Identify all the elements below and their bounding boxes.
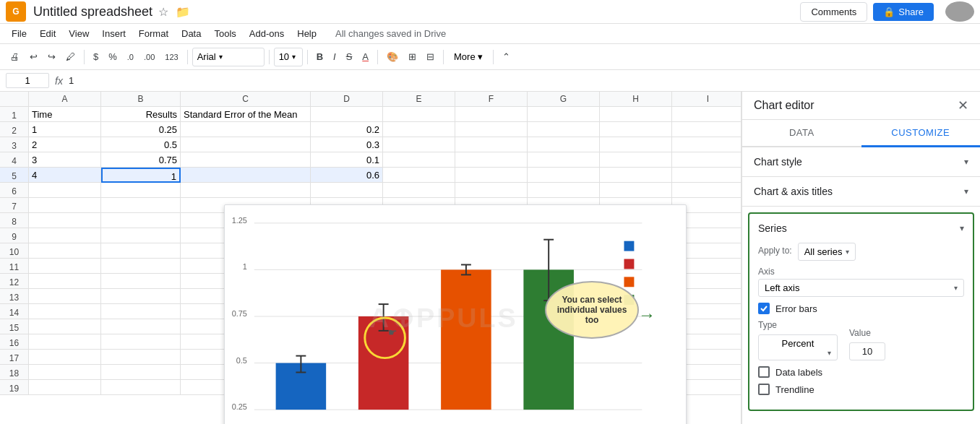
font-size-selector[interactable]: 10 ▾	[274, 48, 303, 66]
cell-f1[interactable]	[455, 107, 528, 122]
col-header-c[interactable]: C	[181, 92, 311, 106]
value-input[interactable]: 10	[849, 342, 885, 360]
comments-button[interactable]: Comments	[800, 2, 867, 22]
percent-button[interactable]: %	[104, 49, 121, 64]
tab-customize[interactable]: CUSTOMIZE	[861, 120, 981, 147]
cell-f3[interactable]	[455, 137, 528, 152]
text-color-button[interactable]: A	[358, 49, 373, 64]
cell-d2[interactable]: 0.2	[311, 122, 383, 137]
cell-b5[interactable]: 1	[101, 168, 181, 183]
cell-f2[interactable]	[455, 122, 528, 137]
merge-cells-button[interactable]: ⊟	[422, 49, 439, 64]
cell-c1[interactable]: Standard Error of the Mean	[181, 107, 311, 122]
cell-e2[interactable]	[383, 122, 455, 137]
menu-file[interactable]: File	[6, 26, 33, 41]
cell-g5[interactable]	[528, 168, 600, 183]
col-header-h[interactable]: H	[600, 92, 672, 106]
bold-button[interactable]: B	[312, 49, 327, 64]
font-selector[interactable]: Arial ▾	[192, 48, 265, 66]
cell-g1[interactable]	[528, 107, 600, 122]
data-labels-checkbox[interactable]	[758, 366, 770, 378]
col-header-a[interactable]: A	[29, 92, 101, 106]
cell-g3[interactable]	[528, 137, 600, 152]
type-dropdown[interactable]: Percent ▾	[758, 334, 838, 360]
chart-style-section-header[interactable]: Chart style ▾	[742, 147, 980, 177]
cell-b2[interactable]: 0.25	[101, 122, 181, 137]
menu-addons[interactable]: Add-ons	[244, 26, 290, 41]
cell-i4[interactable]	[672, 152, 741, 168]
cell-h2[interactable]	[600, 122, 672, 137]
chart-axis-titles-section-header[interactable]: Chart & axis titles ▾	[742, 177, 980, 207]
format-as-number-button[interactable]: 123	[160, 51, 182, 64]
col-header-e[interactable]: E	[383, 92, 455, 106]
cell-h4[interactable]	[600, 152, 672, 168]
user-avatar[interactable]	[945, 1, 974, 22]
cell-e1[interactable]	[383, 107, 455, 122]
menu-data[interactable]: Data	[176, 26, 207, 41]
cell-d4[interactable]: 0.1	[311, 152, 383, 168]
collapse-toolbar-button[interactable]: ⌃	[498, 49, 515, 64]
cell-reference-input[interactable]: 1	[6, 73, 49, 88]
cell-f5[interactable]	[455, 168, 528, 183]
cell-f4[interactable]	[455, 152, 528, 168]
col-header-f[interactable]: F	[455, 92, 528, 106]
cell-d3[interactable]: 0.3	[311, 137, 383, 152]
print-button[interactable]: 🖨	[6, 49, 24, 64]
cell-e4[interactable]	[383, 152, 455, 168]
cell-c5[interactable]	[181, 168, 311, 183]
cell-b1[interactable]: Results	[101, 107, 181, 122]
cell-c4[interactable]	[181, 152, 311, 168]
apply-to-dropdown[interactable]: All series ▾	[798, 243, 856, 261]
folder-icon[interactable]: 📁	[176, 5, 190, 19]
star-icon[interactable]: ☆	[158, 5, 168, 19]
cell-e3[interactable]	[383, 137, 455, 152]
document-title[interactable]: Untitled spreadsheet	[33, 4, 152, 20]
error-bars-checkbox[interactable]	[758, 303, 770, 314]
cell-i3[interactable]	[672, 137, 741, 152]
cell-h1[interactable]	[600, 107, 672, 122]
cell-d1[interactable]	[311, 107, 383, 122]
axis-dropdown[interactable]: Left axis ▾	[758, 279, 964, 297]
cell-i5[interactable]	[672, 168, 741, 183]
more-button[interactable]: More ▾	[448, 49, 489, 64]
decimal-decrease-button[interactable]: .0	[123, 51, 138, 64]
formula-input[interactable]	[69, 75, 974, 86]
cell-h3[interactable]	[600, 137, 672, 152]
strikethrough-button[interactable]: S	[342, 49, 357, 64]
cell-a3[interactable]: 2	[29, 137, 101, 152]
italic-button[interactable]: I	[329, 49, 340, 64]
cell-a5[interactable]: 4	[29, 168, 101, 183]
cell-i2[interactable]	[672, 122, 741, 137]
trendline-checkbox[interactable]	[758, 384, 770, 395]
col-header-g[interactable]: G	[528, 92, 600, 106]
editor-close-button[interactable]: ✕	[958, 98, 968, 113]
cell-g4[interactable]	[528, 152, 600, 168]
menu-edit[interactable]: Edit	[34, 26, 61, 41]
menu-format[interactable]: Format	[133, 26, 174, 41]
col-header-d[interactable]: D	[311, 92, 383, 106]
cell-i1[interactable]	[672, 107, 741, 122]
currency-button[interactable]: $	[89, 49, 103, 64]
redo-button[interactable]: ↪	[43, 49, 60, 64]
cell-h5[interactable]	[600, 168, 672, 183]
menu-insert[interactable]: Insert	[96, 26, 132, 41]
cell-c2[interactable]	[181, 122, 311, 137]
share-button[interactable]: 🔒 Share	[873, 3, 934, 21]
paint-format-button[interactable]: 🖊	[61, 49, 79, 64]
cell-g2[interactable]	[528, 122, 600, 137]
menu-tools[interactable]: Tools	[208, 26, 241, 41]
decimal-increase-button[interactable]: .00	[139, 51, 159, 64]
cell-b3[interactable]: 0.5	[101, 137, 181, 152]
col-header-b[interactable]: B	[101, 92, 181, 106]
cell-a4[interactable]: 3	[29, 152, 101, 168]
cell-d5[interactable]: 0.6	[311, 168, 383, 183]
menu-view[interactable]: View	[63, 26, 95, 41]
col-header-i[interactable]: I	[672, 92, 742, 106]
cell-a1[interactable]: Time	[29, 107, 101, 122]
menu-help[interactable]: Help	[291, 26, 322, 41]
cell-c3[interactable]	[181, 137, 311, 152]
cell-b4[interactable]: 0.75	[101, 152, 181, 168]
border-button[interactable]: ⊞	[404, 49, 421, 64]
cell-e5[interactable]	[383, 168, 455, 183]
tab-data[interactable]: DATA	[742, 120, 861, 146]
